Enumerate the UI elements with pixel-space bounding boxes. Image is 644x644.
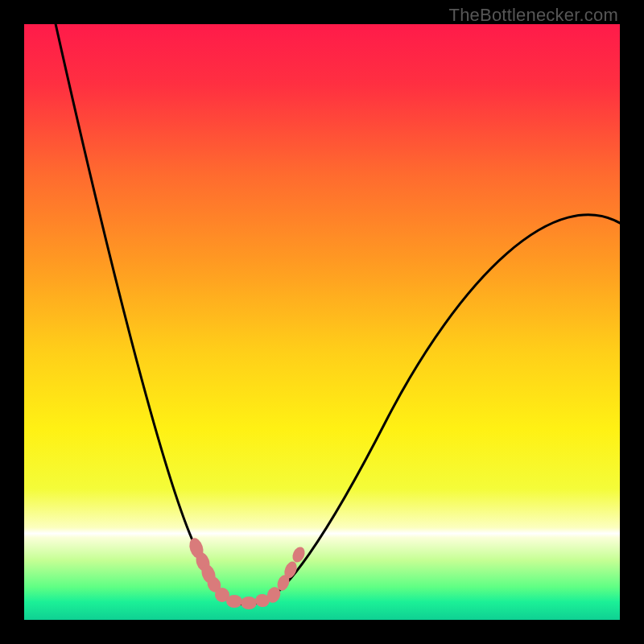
curve-layer [24,24,620,620]
curve-marker [241,597,257,609]
plot-area [24,24,620,620]
watermark-text: TheBottlenecker.com [449,5,618,26]
curve-marker [226,595,242,608]
chart-frame: TheBottlenecker.com [0,0,644,644]
bottleneck-curve [55,24,620,605]
